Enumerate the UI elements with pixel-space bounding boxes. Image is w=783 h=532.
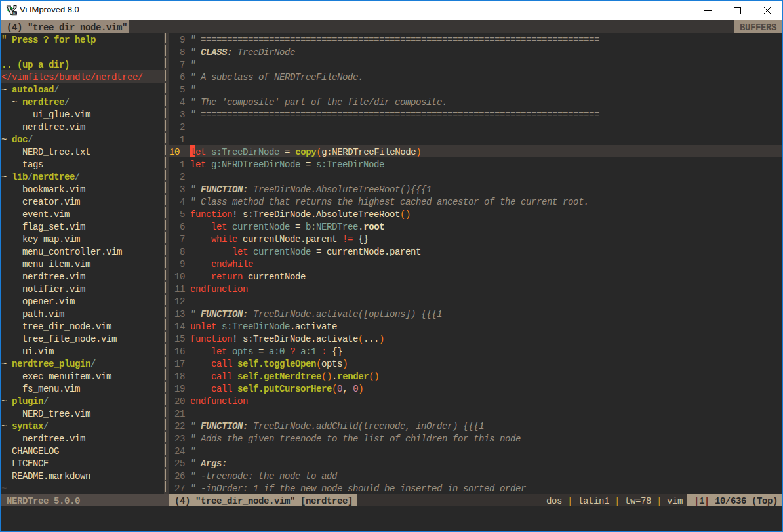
svg-text:im: im xyxy=(12,10,17,15)
